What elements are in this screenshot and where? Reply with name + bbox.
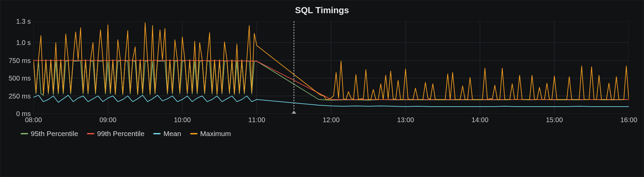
x-tick-label: 14:00 xyxy=(472,116,488,124)
legend-item-p95[interactable]: 95th Percentile xyxy=(21,130,78,138)
legend-label: Mean xyxy=(163,130,181,138)
x-tick-label: 10:00 xyxy=(174,116,191,124)
x-tick-label: 12:00 xyxy=(323,116,340,124)
chart-title: SQL Timings xyxy=(0,5,644,16)
x-tick-label: 16:00 xyxy=(620,116,637,124)
x-tick-label: 09:00 xyxy=(99,116,116,124)
y-tick-label: 1.0 s xyxy=(16,39,31,47)
x-tick-label: 08:00 xyxy=(25,116,42,124)
legend-label: Maximum xyxy=(200,130,231,138)
legend-label: 99th Percentile xyxy=(97,130,144,138)
legend-swatch xyxy=(87,133,94,134)
chart-plot-area[interactable] xyxy=(33,21,629,114)
time-cursor[interactable] xyxy=(292,21,296,114)
x-tick-label: 15:00 xyxy=(546,116,563,124)
legend-swatch xyxy=(190,133,198,134)
y-tick-label: 250 ms xyxy=(8,92,31,100)
legend-item-mean[interactable]: Mean xyxy=(153,130,181,138)
y-tick-label: 750 ms xyxy=(8,57,31,64)
y-axis-ticks: 0 ms250 ms500 ms750 ms1.0 s1.3 s xyxy=(0,21,33,114)
legend-swatch xyxy=(153,133,161,134)
legend-label: 95th Percentile xyxy=(31,130,78,138)
panel-sql-timings: SQL Timings 0 ms250 ms500 ms750 ms1.0 s1… xyxy=(0,0,644,177)
x-axis-ticks: 08:0009:0010:0011:0012:0013:0014:0015:00… xyxy=(33,116,629,126)
legend-swatch xyxy=(21,133,28,134)
y-tick-label: 500 ms xyxy=(8,74,31,82)
legend-item-p99[interactable]: 99th Percentile xyxy=(87,130,144,138)
legend-item-max[interactable]: Maximum xyxy=(190,130,231,138)
x-tick-label: 11:00 xyxy=(248,116,265,124)
x-tick-label: 13:00 xyxy=(397,116,414,124)
y-tick-label: 1.3 s xyxy=(16,18,31,25)
chart-legend: 95th Percentile99th PercentileMeanMaximu… xyxy=(21,130,231,138)
